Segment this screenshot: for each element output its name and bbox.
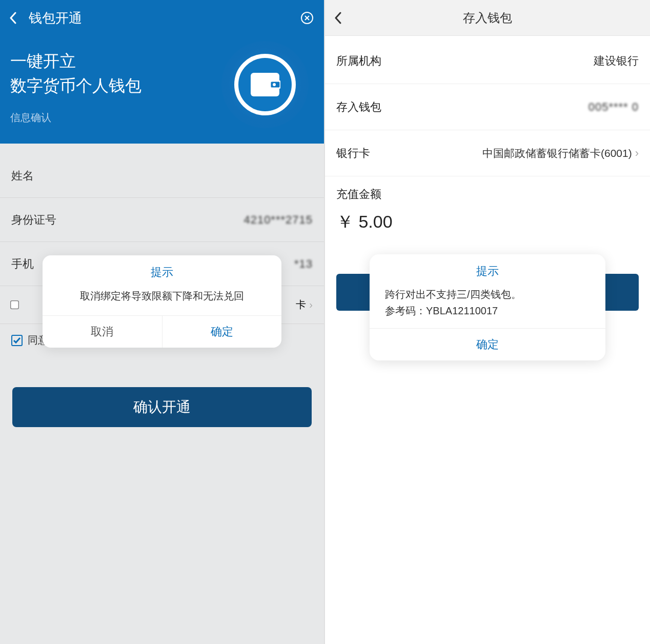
alert-dialog: 提示 跨行对出不支持三/四类钱包。 参考码：YBLA12110017 确定 — [370, 254, 605, 360]
dialog-title: 提示 — [370, 254, 605, 283]
dialog-container: 提示 取消绑定将导致限额下降和无法兑回 取消 确定 — [43, 255, 281, 348]
svg-point-3 — [273, 83, 276, 86]
chevron-right-icon: › — [309, 299, 313, 311]
bankcard-row[interactable]: 银行卡 中国邮政储蓄银行储蓄卡(6001) › — [325, 130, 650, 176]
back-icon[interactable] — [9, 12, 19, 24]
wallet-row[interactable]: 存入钱包 005**** 0 — [325, 84, 650, 130]
org-row: 所属机构 建设银行 — [325, 38, 650, 84]
lower-region: 提示 跨行对出不支持三/四类钱包。 参考码：YBLA12110017 确定 — [325, 246, 650, 615]
wallet-label: 存入钱包 — [336, 99, 588, 115]
screen-wallet-open: 钱包开通 一键开立 数字货币个人钱包 信息确认 姓名 身份证号 4210***2… — [0, 0, 325, 644]
close-icon[interactable] — [299, 11, 315, 25]
bank-value: 中国邮政储蓄银行储蓄卡(6001) — [482, 146, 632, 160]
agree-checkbox[interactable] — [11, 335, 23, 346]
id-label: 身份证号 — [11, 212, 243, 228]
org-label: 所属机构 — [336, 53, 594, 69]
dialog-body: 取消绑定将导致限额下降和无法兑回 — [43, 285, 281, 315]
phone-value: *13 — [294, 257, 313, 271]
dialog-actions: 取消 确定 — [43, 315, 281, 348]
alert-dialog: 提示 取消绑定将导致限额下降和无法兑回 取消 确定 — [43, 255, 281, 348]
wallet-icon — [234, 54, 296, 115]
wallet-circle-decoration — [221, 41, 309, 128]
wallet-value: 005**** 0 — [588, 100, 639, 114]
page-title: 存入钱包 — [344, 10, 631, 26]
amount-value: ￥ 5.00 — [325, 205, 650, 246]
dialog-body: 跨行对出不支持三/四类钱包。 参考码：YBLA12110017 — [370, 283, 605, 328]
hero-section: 一键开立 数字货币个人钱包 信息确认 — [0, 36, 324, 144]
form-body: 姓名 身份证号 4210***2715 手机 *13 卡 › 同意 《开通数字货… — [0, 144, 324, 644]
dialog-line1: 跨行对出不支持三/四类钱包。 — [385, 286, 590, 303]
header-bar: 钱包开通 — [0, 0, 324, 36]
ok-button[interactable]: 确定 — [162, 316, 282, 348]
deposit-body: 所属机构 建设银行 存入钱包 005**** 0 银行卡 中国邮政储蓄银行储蓄卡… — [325, 36, 650, 615]
cancel-button[interactable]: 取消 — [43, 316, 162, 348]
bank-label: 银行卡 — [336, 146, 482, 161]
screen-deposit: 存入钱包 所属机构 建设银行 存入钱包 005**** 0 银行卡 中国邮政储蓄… — [325, 0, 650, 644]
org-value: 建设银行 — [594, 53, 639, 69]
back-icon[interactable] — [334, 12, 344, 24]
card-suffix: 卡 — [296, 298, 306, 312]
page-title: 钱包开通 — [29, 9, 299, 27]
confirm-open-button[interactable]: 确认开通 — [12, 387, 312, 427]
header-bar: 存入钱包 — [325, 0, 650, 36]
dialog-line2: 参考码：YBLA12110017 — [385, 303, 590, 319]
dialog-title: 提示 — [43, 255, 281, 285]
ok-button[interactable]: 确定 — [370, 328, 605, 360]
chevron-right-icon: › — [635, 147, 639, 160]
card-checkbox[interactable] — [10, 300, 19, 309]
amount-label: 充值金额 — [325, 176, 650, 205]
name-label: 姓名 — [11, 168, 313, 184]
name-row[interactable]: 姓名 — [0, 154, 324, 198]
id-row[interactable]: 身份证号 4210***2715 — [0, 198, 324, 242]
id-value: 4210***2715 — [243, 213, 313, 227]
